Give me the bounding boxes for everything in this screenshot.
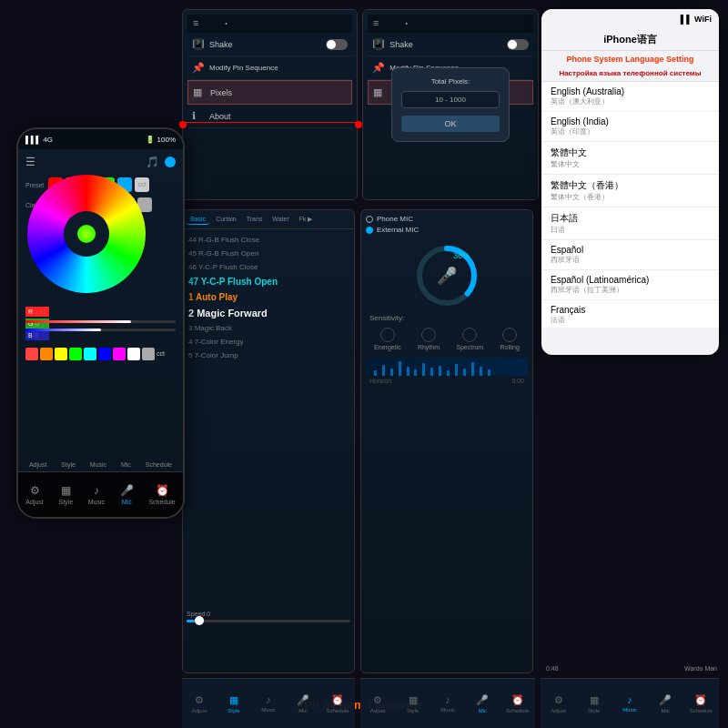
color-slider[interactable] (25, 329, 176, 331)
bnav-left-style[interactable]: ▦ Style (221, 694, 247, 713)
dialog-input[interactable]: 10 - 1000 (401, 91, 500, 108)
bnav-left-schedule[interactable]: ⏰ Schedule (325, 694, 350, 713)
external-mic-radio[interactable] (366, 227, 373, 234)
tab-basic[interactable]: Basic (187, 214, 209, 225)
dialog-title: Total Pixels: (401, 77, 500, 86)
music-item-7color-jump[interactable]: 5 7-Color Jump (187, 349, 350, 362)
color-block-gray[interactable] (142, 348, 155, 360)
lang-item-0[interactable]: English (Australia)英语（澳大利亚） (541, 82, 719, 112)
nav-music[interactable]: ♪ Music (88, 484, 105, 505)
circle-icon[interactable] (165, 157, 176, 167)
nav-schedule[interactable]: ⏰ Schedule (148, 484, 175, 505)
music-item-back[interactable]: 3 Magic Back (187, 321, 350, 335)
music-item-44[interactable]: 44 R-G-B Flush Close (187, 233, 350, 247)
mic-option-external[interactable]: External MIC (366, 226, 528, 234)
color-wheel[interactable] (27, 175, 146, 293)
sensitivity-rhythm[interactable]: Rhythm (418, 328, 440, 350)
bnav-mid-music-icon: ♪ (445, 694, 450, 705)
spectrum-circle (462, 328, 477, 342)
lang-item-7[interactable]: Français法语 (541, 300, 719, 328)
lang-item-5[interactable]: Español西班牙语 (541, 240, 719, 270)
bottom-nav-bar-mid: ⚙ Adjust ▦ Style ♪ Music 🎤 Mic ⏰ Schedul… (360, 678, 535, 728)
bottom-nav-bar-right: ⚙ Adjust ▦ Style ♪ Music 🎤 Mic ⏰ Schedul… (541, 678, 719, 728)
tab-curtain[interactable]: Curtain (212, 214, 240, 225)
color-block-green[interactable] (69, 348, 82, 360)
color-block-yellow[interactable] (55, 348, 67, 360)
nav-adjust[interactable]: ⚙ Adjust (25, 484, 43, 505)
pixels-dialog: Total Pixels: 10 - 1000 OK (391, 67, 510, 142)
shake-item2[interactable]: 📳 Shake (368, 33, 532, 56)
color-block-white[interactable] (127, 348, 140, 360)
mic-circular-progress: 🎤 36% (415, 244, 479, 308)
modify-pin-menu-item[interactable]: 📌 Modify Pin Sequence (187, 56, 352, 80)
tab-fk[interactable]: Fk ▶ (296, 214, 317, 225)
dialog-ok-button[interactable]: OK (401, 116, 500, 132)
shake-label-2: Shake (389, 40, 413, 49)
pixels-menu-item[interactable]: ▦ Pixels (187, 80, 352, 105)
bnav-mid-schedule[interactable]: ⏰ Schedule (505, 694, 531, 713)
bnav-left-mic[interactable]: 🎤 Mic (290, 694, 316, 713)
bnav-mid-mic[interactable]: 🎤 Mic (470, 694, 495, 713)
color-block-blue[interactable] (98, 348, 111, 360)
phone-mic-radio[interactable] (366, 216, 373, 223)
bnav-right-mic[interactable]: 🎤 Mic (652, 694, 678, 713)
about-icon: ℹ (192, 110, 205, 122)
wave-bar-7 (422, 363, 425, 376)
bnav-right-adjust-icon: ⚙ (554, 694, 563, 706)
music-item-45[interactable]: 45 R-G-B Flush Open (187, 247, 350, 260)
music-item-47[interactable]: 47 Y-C-P Flush Open (187, 274, 350, 289)
settings-icon[interactable]: 🎵 (146, 156, 159, 168)
schedule-label: Schedule (148, 499, 175, 505)
wave-bar-14 (480, 367, 482, 376)
panel2-info: ☰ • (373, 20, 408, 27)
color-block-orange[interactable] (40, 348, 53, 360)
speed-slider-track[interactable] (187, 620, 350, 622)
bnav-left-music[interactable]: ♪ Music (256, 694, 281, 713)
lang-item-6[interactable]: Español (Latinoamérica)西班牙语（拉丁美洲） (541, 270, 719, 300)
bnav-mid-schedule-icon: ⏰ (511, 694, 524, 706)
bnav-right-music[interactable]: ♪ Music (617, 694, 642, 713)
about-menu-item[interactable]: ℹ About (187, 105, 352, 128)
nav-style[interactable]: ▦ Style (59, 484, 74, 505)
color-block-cyan[interactable] (84, 348, 96, 360)
bnav-right-adjust[interactable]: ⚙ Adjust (546, 694, 571, 713)
annotation-line-1 (179, 122, 357, 123)
lang-item-3[interactable]: 繁體中文（香港）繁体中文（香港） (541, 175, 719, 207)
bnav-mid-music[interactable]: ♪ Music (435, 694, 460, 713)
bnav-right-schedule[interactable]: ⏰ Schedule (688, 694, 713, 713)
bnav-right-style[interactable]: ▦ Style (581, 694, 607, 713)
shake-menu-item[interactable]: 📳 Shake (187, 33, 352, 56)
lang-item-1[interactable]: English (India)英语（印度） (541, 112, 719, 142)
lang-item-2[interactable]: 繁體中文繁体中文 (541, 142, 719, 175)
sensitivity-rolling[interactable]: Rolling (500, 328, 519, 350)
color-block-red[interactable] (25, 348, 38, 360)
bnav-mid-style[interactable]: ▦ Style (400, 694, 426, 713)
bnav-left-adjust[interactable]: ⚙ Adjust (187, 694, 212, 713)
hamburger-icon[interactable]: ☰ (25, 156, 35, 168)
music-item-auto[interactable]: 1 Auto Play (187, 289, 350, 305)
nav-mic[interactable]: 🎤 Mic (120, 484, 134, 505)
mic-icon: 🎤 (120, 484, 134, 497)
shake-toggle-2[interactable] (507, 39, 529, 50)
mic-option-phone[interactable]: Phone MIC (366, 215, 528, 223)
shake-toggle[interactable] (326, 39, 348, 50)
speed-slider-thumb[interactable] (195, 616, 204, 625)
music-icon: ♪ (94, 484, 99, 497)
music-item-magic[interactable]: 2 Magic Forward (187, 305, 350, 321)
tab-trans[interactable]: Trans (243, 214, 267, 225)
about-label: About (209, 112, 231, 121)
music-item-7color-energy[interactable]: 4 7-Color Energy (187, 335, 350, 349)
speed-slider-fill (187, 620, 195, 622)
phone-mic-label: Phone MIC (377, 215, 413, 223)
panel1-inner: ☰ • 📳 Shake 📌 Modify Pin Sequence (183, 10, 357, 199)
music-item-46[interactable]: 46 Y-C-P Flush Close (187, 260, 350, 274)
lang-item-4[interactable]: 日本語日语 (541, 207, 719, 240)
brightness-slider[interactable] (25, 320, 176, 323)
preset-swatch-cct[interactable]: cct (135, 177, 149, 192)
bnav-mid-adjust[interactable]: ⚙ Adjust (365, 694, 390, 713)
lang-secondary-1: 英语（印度） (551, 126, 710, 136)
sensitivity-energetic[interactable]: Energetic (374, 328, 401, 350)
tab-water[interactable]: Water (268, 214, 292, 225)
sensitivity-spectrum[interactable]: Spectrum (456, 328, 483, 350)
color-block-magenta[interactable] (113, 348, 126, 360)
